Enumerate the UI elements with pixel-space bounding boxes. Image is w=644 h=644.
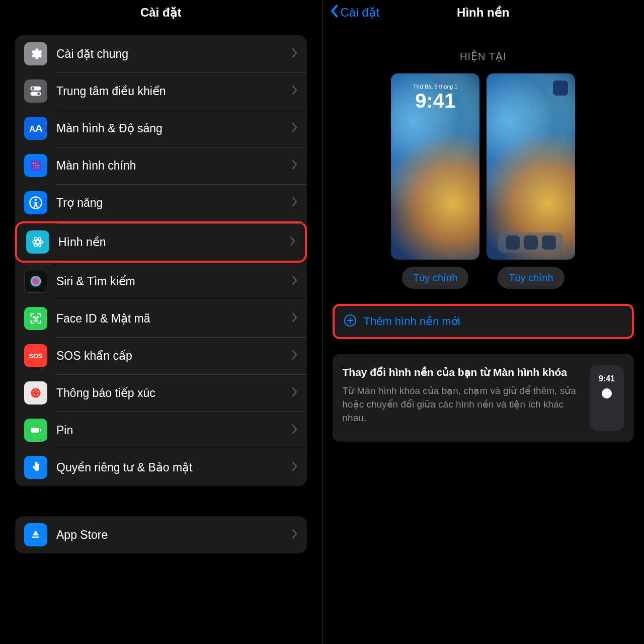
settings-row-label: SOS khẩn cấp [56,349,292,363]
wallpaper-body: HIỆN TẠI Thứ Ba, 9 tháng 1 9:41 Tùy chỉn… [323,25,645,442]
siri-icon [24,270,47,293]
settings-row-siri[interactable]: Siri & Tìm kiếm [15,263,307,300]
settings-row-exposure[interactable]: Thông báo tiếp xúc [15,374,307,412]
lock-screen-preview[interactable]: Thứ Ba, 9 tháng 1 9:41 [391,73,479,260]
settings-row-accessibility[interactable]: Trợ năng [15,184,307,221]
tip-phone-time: 9:41 [599,374,615,383]
settings-list-wrap: Cài đặt chung Trung tâm điều khiển AA Mà… [0,25,322,553]
wallpaper-panel: Cài đặt Hình nền HIỆN TẠI Thứ Ba, 9 thán… [323,0,645,644]
settings-row-label: Face ID & Mật mã [56,312,292,326]
chevron-right-icon [292,529,298,541]
svg-point-3 [37,93,40,95]
chevron-right-icon [292,424,298,436]
svg-point-15 [37,167,39,169]
svg-point-29 [38,391,39,392]
settings-row-label: Quyền riêng tư & Bảo mật [56,461,292,474]
settings-row-label: Trợ năng [56,196,292,210]
customize-row: Tùy chỉnh Tùy chỉnh [333,267,634,289]
settings-title: Cài đặt [140,6,182,20]
settings-row-gear[interactable]: Cài đặt chung [15,35,307,72]
settings-row-text-size[interactable]: AA Màn hình & Độ sáng [15,110,307,147]
settings-row-hand[interactable]: Quyền riêng tư & Bảo mật [15,449,307,486]
svg-point-1 [32,87,34,90]
tip-text: Thay đổi hình nền của bạn từ Màn hình kh… [343,365,580,425]
chevron-right-icon [290,236,296,248]
settings-header: Cài đặt [0,0,322,25]
current-section-title: HIỆN TẠI [333,50,634,62]
chevron-right-icon [292,461,298,473]
battery-icon [24,419,47,442]
back-label: Cài đặt [341,6,380,20]
svg-point-28 [35,389,36,390]
wallpaper-header: Cài đặt Hình nền [323,0,645,25]
settings-row-wallpaper[interactable]: Hình nền [15,221,307,263]
settings-row-label: Trung tâm điều khiển [56,85,292,98]
settings-row-appstore[interactable]: App Store [15,516,307,553]
chevron-right-icon [292,159,298,172]
home-widget-icon [553,80,568,96]
add-wallpaper-button[interactable]: Thêm hình nền mới [333,304,634,339]
dock-app-icon [524,235,538,250]
settings-list: Cài đặt chung Trung tâm điều khiển AA Mà… [15,35,307,486]
svg-point-10 [33,165,34,167]
wallpaper-previews: Thứ Ba, 9 tháng 1 9:41 [333,73,634,260]
tip-card: Thay đổi hình nền của bạn từ Màn hình kh… [333,354,634,442]
appstore-icon [24,523,47,546]
svg-point-23 [33,317,34,318]
wallpaper-title: Hình nền [457,6,509,20]
customize-home-button[interactable]: Tùy chỉnh [498,267,564,289]
dock-app-icon [542,235,556,250]
svg-point-8 [35,163,37,164]
svg-point-30 [37,394,38,395]
wallpaper-icon [26,230,49,254]
svg-rect-34 [40,429,41,432]
dock-app-icon [506,235,520,250]
tip-phone-dot-icon [602,388,612,398]
tip-title: Thay đổi hình nền của bạn từ Màn hình kh… [343,365,580,379]
svg-point-14 [35,167,37,169]
settings-row-label: Màn hình chính [56,159,292,173]
svg-point-22 [31,276,41,287]
settings-row-label: Thông báo tiếp xúc [56,386,292,400]
svg-rect-33 [31,428,39,432]
svg-text:SOS: SOS [29,352,43,360]
chevron-right-icon [292,197,298,209]
svg-point-24 [37,317,38,318]
settings-row-sos[interactable]: SOS SOS khẩn cấp [15,337,307,374]
svg-point-13 [33,167,34,169]
chevron-right-icon [292,122,298,134]
svg-point-12 [37,165,39,167]
settings-panel: Cài đặt Cài đặt chung Trung tâm điều khi… [0,0,323,644]
customize-lock-button[interactable]: Tùy chỉnh [402,267,468,289]
settings-row-label: App Store [56,528,292,542]
svg-point-32 [33,391,34,392]
chevron-right-icon [292,85,298,97]
svg-point-7 [33,163,34,164]
svg-point-31 [33,394,34,395]
home-screen-preview[interactable] [487,73,575,260]
svg-text:A: A [29,124,35,133]
chevron-right-icon [292,312,298,325]
add-wallpaper-label: Thêm hình nền mới [364,315,460,328]
chevron-left-icon [330,5,339,21]
settings-row-label: Pin [56,424,292,437]
settings-row-toggles[interactable]: Trung tâm điều khiển [15,72,307,110]
tip-phone-illustration: 9:41 [590,365,624,431]
gear-icon [24,42,47,65]
plus-circle-icon [344,314,357,329]
faceid-icon [24,307,47,330]
settings-row-label: Cài đặt chung [56,47,292,61]
accessibility-icon [24,191,47,214]
apps-grid-icon [24,154,47,177]
text-size-icon: AA [24,117,47,140]
svg-point-9 [37,163,39,164]
tip-body: Từ Màn hình khóa của bạn, chạm và giữ để… [343,384,580,425]
settings-row-battery[interactable]: Pin [15,412,307,449]
svg-point-17 [35,199,37,201]
settings-row-apps-grid[interactable]: Màn hình chính [15,147,307,184]
home-dock [498,232,564,253]
chevron-right-icon [292,350,298,362]
settings-row-label: Màn hình & Độ sáng [56,122,292,135]
settings-row-faceid[interactable]: Face ID & Mật mã [15,300,307,337]
back-button[interactable]: Cài đặt [330,5,380,21]
